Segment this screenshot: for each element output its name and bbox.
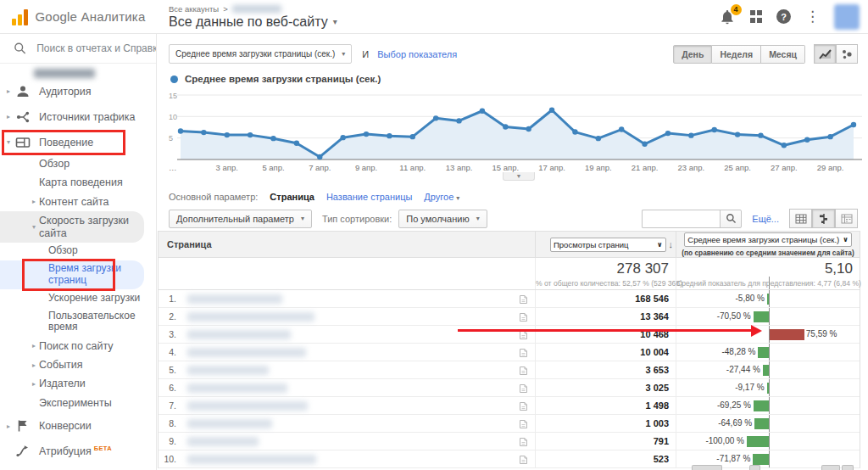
page-url-cell[interactable] — [181, 344, 535, 361]
sidebar-item-site-search[interactable]: ▸Поиск по сайту — [0, 337, 156, 355]
column-header-page[interactable]: Страница — [159, 239, 535, 249]
sidebar-item-speed-suggestions[interactable]: Ускорение загрузки — [0, 289, 156, 307]
apps-grid-button[interactable] — [750, 10, 763, 23]
granularity-неделя[interactable]: Неделя — [712, 45, 761, 64]
expand-arrow-icon[interactable]: ▾ — [3, 138, 14, 146]
timeseries-chart[interactable]: 51015…3 апр.5 апр.7 апр.9 апр.11 апр.13 … — [167, 87, 862, 173]
add-metric-link[interactable]: Выбор показателя — [377, 49, 457, 59]
property-view-selector[interactable]: Все данные по веб-сайту ▾ — [169, 14, 337, 30]
open-page-link-icon[interactable] — [519, 419, 528, 429]
ga-logo[interactable]: Google Аналитика — [0, 0, 157, 33]
dimension-tab-page[interactable]: Страница — [270, 192, 314, 202]
expand-arrow-icon[interactable]: ▸ — [3, 87, 14, 95]
breadcrumb[interactable]: Все аккаунты > — [169, 4, 337, 14]
svg-text:23 апр.: 23 апр. — [678, 163, 705, 172]
open-page-link-icon[interactable] — [519, 455, 528, 465]
sidebar-item-speed-overview[interactable]: Обзор — [0, 243, 156, 260]
sidebar-item-site-content[interactable]: ▸Контент сайта — [0, 193, 156, 211]
overflow-menu-button[interactable]: ⋮ — [805, 9, 820, 24]
open-page-link-icon[interactable] — [519, 348, 528, 358]
pageviews-cell: 523 — [535, 450, 676, 467]
avatar[interactable] — [834, 4, 860, 30]
open-page-link-icon[interactable] — [519, 366, 528, 376]
sidebar-item-label: Время загрузки страниц — [48, 263, 139, 287]
help-button[interactable]: ? — [776, 9, 791, 24]
open-page-link-icon[interactable] — [519, 294, 528, 305]
open-page-link-icon[interactable] — [519, 312, 528, 322]
sidebar-item-conversions[interactable]: ▸Конверсии — [0, 414, 156, 438]
avg-load-time: 5,10 — [676, 260, 853, 277]
data-view-button[interactable] — [789, 209, 812, 228]
granularity-день[interactable]: День — [673, 45, 712, 64]
sidebar-item-discover[interactable]: Рекомендуем — [0, 465, 156, 470]
load-time-comparison-cell: -5,80 % — [676, 290, 860, 307]
load-time-comparison-cell: -48,28 % — [676, 344, 860, 361]
sidebar-item-behavior-overview[interactable]: Обзор — [0, 154, 156, 173]
page-url-blurred — [187, 312, 314, 322]
avg-column-select[interactable]: Среднее время загрузки страницы (сек.) ∨ — [684, 232, 851, 247]
comparison-view-button[interactable] — [812, 209, 835, 228]
metric-selector-dropdown[interactable]: Среднее время загрузки страницы (сек.) ▾ — [169, 44, 352, 64]
sidebar-item-label: Издатели — [39, 378, 86, 389]
open-page-link-icon[interactable] — [519, 401, 528, 411]
page-url-cell[interactable] — [181, 397, 535, 414]
sidebar-item-user-timings[interactable]: Пользовательское время — [0, 307, 156, 337]
svg-text:19 апр.: 19 апр. — [585, 163, 612, 172]
expand-arrow-icon[interactable]: ▸ — [29, 361, 39, 369]
expand-arrow-icon[interactable]: ▸ — [29, 198, 39, 205]
page-url-cell[interactable] — [181, 415, 535, 432]
page-url-cell[interactable] — [181, 290, 535, 307]
sidebar-item-acquisition[interactable]: ▸Источники трафика — [0, 105, 156, 129]
sidebar-item-behavior[interactable]: ▾Поведение — [0, 131, 156, 154]
pagination-stub[interactable] — [842, 465, 854, 470]
expand-arrow-icon[interactable]: ▸ — [3, 422, 14, 430]
table-row: 8.1 003-64,69 % — [159, 415, 860, 433]
svg-text:17 апр.: 17 апр. — [538, 163, 565, 172]
sort-descending-icon[interactable]: ↓ — [669, 239, 674, 249]
notifications-button[interactable]: 4 — [719, 8, 736, 25]
expand-arrow-icon[interactable]: ▸ — [3, 113, 14, 120]
pivot-view-button[interactable] — [835, 209, 858, 228]
granularity-месяц[interactable]: Месяц — [761, 45, 805, 64]
table-search-button[interactable] — [720, 210, 742, 228]
sidebar-item-label: Карта поведения — [39, 176, 123, 188]
page-url-cell[interactable] — [181, 326, 535, 343]
primary-dimension-bar: Основной параметр: Страница Название стр… — [169, 192, 459, 202]
load-time-comparison-cell: -27,44 % — [676, 361, 860, 378]
sidebar-search[interactable]: Поиск в отчетах и Справке — [0, 34, 156, 64]
pct-change-label: -9,17 % — [735, 383, 764, 392]
sort-type-dropdown[interactable]: По умолчанию ▾ — [398, 210, 487, 228]
page-url-cell[interactable] — [181, 433, 535, 450]
sidebar-item-page-timings[interactable]: Время загрузки страниц — [0, 260, 144, 290]
avg-load-time-subtext: Средний показатель для представления: 4,… — [676, 279, 853, 288]
pagination-stub[interactable] — [692, 465, 722, 470]
account-name-blurred — [232, 5, 281, 13]
open-page-link-icon[interactable] — [519, 437, 528, 447]
sidebar-item-events[interactable]: ▸События — [0, 355, 156, 374]
sidebar-item-experiments[interactable]: Эксперименты — [0, 394, 156, 412]
dimension-tab-page-title[interactable]: Название страницы — [326, 192, 412, 202]
pageviews-cell: 1 498 — [535, 397, 676, 414]
expand-arrow-icon[interactable]: ▸ — [29, 380, 39, 388]
page-url-cell[interactable] — [181, 361, 535, 378]
sidebar-item-site-speed[interactable]: ▾Скорость загрузки сайта — [0, 211, 144, 243]
dimension-tab-other[interactable]: Другое ▾ — [424, 192, 459, 202]
secondary-dimension-dropdown[interactable]: Дополнительный параметр ▾ — [169, 210, 312, 228]
expand-arrow-icon[interactable]: ▾ — [29, 223, 39, 231]
views-column-select[interactable]: Просмотры страниц ∨ — [550, 238, 666, 252]
sidebar-item-attribution[interactable]: АтрибуцияБЕТА — [0, 439, 156, 463]
sidebar-item-publisher[interactable]: ▸Издатели — [0, 374, 156, 393]
more-link[interactable]: Ещё... — [752, 214, 779, 224]
page-url-cell[interactable] — [181, 308, 535, 325]
sidebar-item-behavior-flow[interactable]: Карта поведения — [0, 173, 156, 192]
sidebar-item-audience[interactable]: ▸Аудитория — [0, 80, 156, 104]
pagination-stub[interactable] — [749, 465, 760, 470]
open-page-link-icon[interactable] — [519, 383, 528, 394]
chart-collapse-tab[interactable]: ▼ — [503, 172, 535, 181]
pagination-stub[interactable] — [821, 465, 840, 470]
page-url-cell[interactable] — [181, 450, 535, 467]
line-chart-view-button[interactable] — [814, 44, 836, 64]
expand-arrow-icon[interactable]: ▸ — [29, 342, 39, 350]
page-url-cell[interactable] — [181, 379, 535, 396]
motion-chart-view-button[interactable] — [836, 44, 858, 64]
